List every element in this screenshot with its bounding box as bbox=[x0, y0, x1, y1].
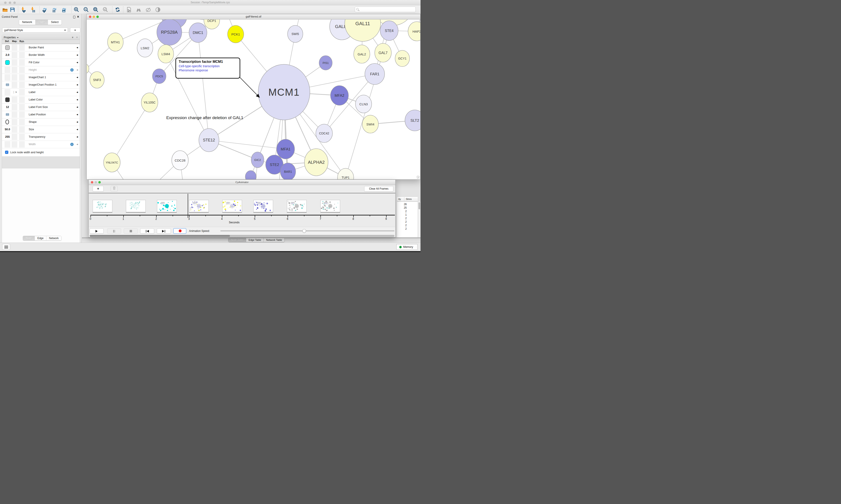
close-panel-icon[interactable]: ✕ bbox=[77, 15, 79, 18]
clear-all-frames-button[interactable]: Clear All Frames bbox=[364, 186, 393, 192]
table-cell[interactable]: 2 bbox=[397, 220, 407, 223]
tab-node[interactable]: Node bbox=[23, 236, 35, 240]
property-row[interactable]: Image/Chart 1◀ bbox=[2, 74, 80, 81]
frame-thumbnail-7[interactable]: MCM1 bbox=[320, 200, 340, 212]
tab-node-table[interactable]: Node Table bbox=[229, 238, 246, 242]
network-node-MFA2[interactable]: MFA2 bbox=[330, 86, 348, 105]
table-cell[interactable]: 2 bbox=[397, 227, 407, 230]
network-edge[interactable] bbox=[112, 103, 149, 162]
property-row[interactable]: Shape◀ bbox=[2, 119, 80, 126]
property-row[interactable]: ⋮>Label◀ bbox=[2, 89, 80, 96]
table-cell[interactable]: 1 bbox=[397, 213, 407, 216]
network-node-unlabeled[interactable] bbox=[245, 170, 256, 179]
tab-network-style[interactable]: Network bbox=[47, 236, 61, 240]
export-image-icon[interactable] bbox=[61, 7, 67, 13]
float-panel-icon[interactable] bbox=[73, 15, 75, 19]
record-button[interactable] bbox=[173, 228, 186, 234]
tab-edge-table[interactable]: Edge Table bbox=[246, 238, 264, 242]
tab-network[interactable]: Network bbox=[19, 20, 35, 25]
stop-button[interactable] bbox=[124, 228, 138, 234]
zoom-selected-icon[interactable] bbox=[103, 7, 108, 13]
frame-thumbnail-6[interactable]: MCM1 bbox=[287, 200, 307, 212]
network-node-CDC28[interactable]: CDC28 bbox=[172, 151, 189, 170]
scrollbar-thumb[interactable] bbox=[90, 235, 230, 237]
collapse-all-icon[interactable]: » bbox=[75, 37, 78, 38]
annotation-link[interactable]: Pheromone response bbox=[179, 69, 237, 72]
pause-button[interactable] bbox=[107, 228, 121, 234]
network-node-FAR1[interactable]: FAR1 bbox=[365, 64, 384, 85]
network-canvas[interactable]: DCP1RPS28ADMC1PCK1MTH1LSM2LSM4SWI5GAL80G… bbox=[87, 19, 420, 179]
zoom-fit-icon[interactable] bbox=[93, 7, 99, 13]
save-session-icon[interactable] bbox=[10, 7, 15, 13]
frame-thumbnail-3[interactable]: MCM1 bbox=[189, 200, 209, 212]
property-row[interactable]: Heighti◀ bbox=[2, 66, 80, 74]
animation-speed-slider[interactable] bbox=[220, 230, 394, 231]
zoom-out-icon[interactable] bbox=[83, 7, 89, 13]
zoom-in-icon[interactable] bbox=[74, 7, 79, 13]
property-row[interactable]: Label Color◀ bbox=[2, 96, 80, 104]
network-node-SWI4[interactable]: SWI4 bbox=[362, 115, 378, 133]
table-scrollbar[interactable] bbox=[418, 202, 420, 237]
network-node-BAR1[interactable]: BAR1 bbox=[280, 163, 296, 179]
frame-thumbnail-0[interactable] bbox=[93, 200, 112, 212]
frame-thumbnail-1[interactable] bbox=[126, 200, 146, 212]
lock-checkbox[interactable]: ✓ bbox=[5, 151, 8, 154]
show-graphics-details-icon[interactable] bbox=[155, 7, 161, 13]
property-row[interactable]: 2.0Border Width◀ bbox=[2, 51, 80, 59]
table-cell[interactable]: 2 bbox=[397, 224, 407, 227]
property-row[interactable]: 50.0Size◀ bbox=[2, 126, 80, 133]
network-edge[interactable] bbox=[198, 33, 209, 140]
network-node-YIL105C[interactable]: YIL105C bbox=[141, 93, 158, 112]
property-row[interactable]: 255Transparency◀ bbox=[2, 133, 80, 141]
network-node-SLT2[interactable]: SLT2 bbox=[405, 110, 420, 131]
timeline[interactable]: MCM1MCM1MCM1MCM1MCM1MCM1 0123456789 Seco… bbox=[89, 194, 395, 227]
table-cell[interactable]: 2 bbox=[397, 210, 407, 213]
network-node-STE4[interactable]: STE4 bbox=[380, 21, 398, 40]
network-node-MTH1[interactable]: MTH1 bbox=[108, 33, 123, 51]
network-node-MCM1[interactable]: MCM1 bbox=[258, 65, 310, 120]
cyanimator-titlebar[interactable]: CyAnimator bbox=[89, 180, 395, 185]
column-header[interactable]: ity bbox=[398, 198, 401, 200]
network-node-GAL7[interactable]: GAL7 bbox=[375, 43, 391, 62]
network-node-PIS1[interactable]: PIS1 bbox=[319, 56, 332, 70]
tab-network-table[interactable]: Network Table bbox=[264, 238, 285, 242]
network-node-CDC42[interactable]: CDC42 bbox=[316, 124, 333, 143]
network-node-unlabeled[interactable] bbox=[87, 65, 89, 73]
network-node-GAL2[interactable]: GAL2 bbox=[354, 45, 370, 63]
play-button[interactable] bbox=[90, 228, 104, 234]
frame-thumbnail-4[interactable]: MCM1 bbox=[222, 200, 242, 212]
network-node-HAP2[interactable]: HAP2 bbox=[408, 22, 420, 41]
network-node-DCP1[interactable]: DCP1 bbox=[204, 19, 220, 29]
network-node-YNL047C[interactable]: YNL047C bbox=[104, 153, 120, 172]
skip-to-end-button[interactable] bbox=[157, 228, 171, 234]
frame-thumbnail-2[interactable]: MCM1 bbox=[157, 200, 177, 212]
property-row[interactable]: Widthi◀ bbox=[2, 141, 80, 148]
network-node-STE12[interactable]: STE12 bbox=[199, 128, 219, 152]
delete-frame-button[interactable] bbox=[111, 186, 118, 192]
table-cell[interactable]: 2 bbox=[397, 217, 407, 220]
property-row[interactable]: Label Position◀ bbox=[2, 111, 80, 119]
tab-select[interactable]: Select bbox=[48, 20, 62, 25]
table-cell[interactable]: 26 bbox=[397, 203, 407, 206]
network-node-PCK1[interactable]: PCK1 bbox=[228, 25, 244, 43]
network-node-SNF3[interactable]: SNF3 bbox=[90, 72, 104, 88]
network-node-ALPHA2[interactable]: ALPHA2 bbox=[304, 149, 328, 176]
open-network-file-icon[interactable] bbox=[126, 7, 132, 13]
frame-thumbnail-5[interactable]: MCM1 bbox=[253, 200, 273, 212]
tab-edge[interactable]: Edge bbox=[35, 236, 47, 240]
table-cell[interactable]: 25 bbox=[397, 206, 407, 209]
import-table-icon[interactable] bbox=[30, 7, 35, 13]
resize-grip[interactable] bbox=[416, 176, 419, 179]
expand-all-icon[interactable]: » bbox=[71, 37, 74, 38]
network-node-LSM2[interactable]: LSM2 bbox=[137, 39, 153, 57]
network-node-LSM4[interactable]: LSM4 bbox=[158, 45, 174, 63]
style-dropdown[interactable]: galFiltered Style bbox=[2, 28, 68, 33]
annotation-link[interactable]: Cell-type-specific transcription bbox=[179, 65, 237, 68]
import-network-icon[interactable] bbox=[20, 7, 26, 13]
task-history-button[interactable] bbox=[2, 244, 10, 250]
skip-to-start-button[interactable] bbox=[140, 228, 154, 234]
search-input[interactable] bbox=[360, 7, 414, 12]
network-node-GCY1[interactable]: GCY1 bbox=[395, 50, 410, 67]
network-node-GAL11[interactable]: GAL11 bbox=[345, 19, 381, 41]
column-header[interactable]: Stres bbox=[406, 198, 412, 200]
